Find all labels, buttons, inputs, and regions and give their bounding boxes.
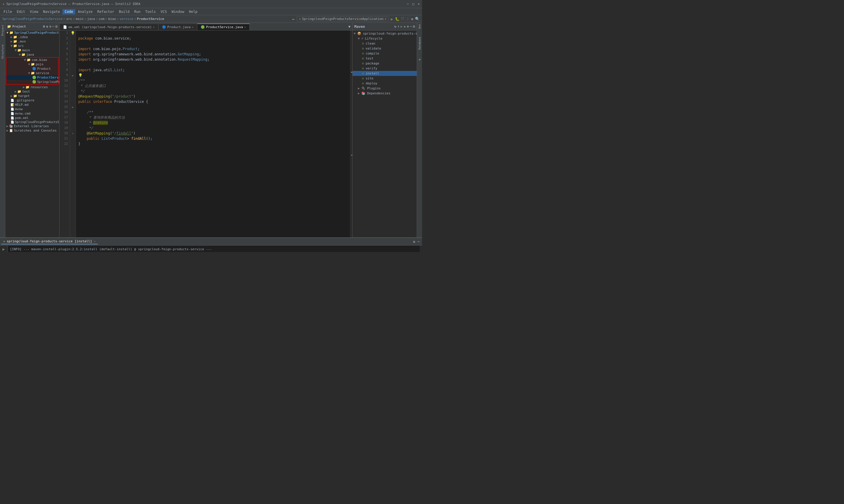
- gutter-quick19[interactable]: ⚡: [70, 131, 76, 136]
- maven-root[interactable]: ▼ 📦 springcloud-feign-products-service: [353, 31, 417, 36]
- maven-lifecycle[interactable]: ▼ ⚡ Lifecycle: [353, 36, 417, 41]
- maven-compile[interactable]: ⚙ compile: [353, 51, 417, 56]
- menu-edit[interactable]: Edit: [14, 9, 28, 14]
- tree-item-root[interactable]: ▼ 📁 SpringCloudFeignProductsService D:\s…: [5, 31, 59, 35]
- run-play-btn[interactable]: ▶: [2, 247, 5, 251]
- code-text[interactable]: package com.biao.service; import com.bia…: [76, 31, 350, 237]
- tree-item-scratches[interactable]: ▶ 📋 Scratches and Consoles: [5, 128, 59, 133]
- tree-item-mvnw[interactable]: 📄 mvnw: [5, 107, 59, 111]
- m-icon[interactable]: m: [419, 58, 420, 61]
- more-btn[interactable]: ⋮: [406, 17, 409, 21]
- breadcrumb-biao[interactable]: biao: [108, 17, 116, 21]
- gutter-fold9[interactable]: ▶: [70, 73, 76, 78]
- close-btn[interactable]: ✕: [418, 2, 420, 6]
- tree-item-iml[interactable]: 📄 SpringCloudFeignProductsService.iml: [5, 120, 59, 124]
- maven-test[interactable]: ⚙ test: [353, 56, 417, 61]
- menu-view[interactable]: View: [28, 9, 41, 14]
- breadcrumb-com[interactable]: com: [99, 17, 105, 21]
- project-icon[interactable]: Project: [1, 24, 4, 36]
- tree-item-springapp[interactable]: 🟢 SpringcloudFeignProductsServiceAppl: [6, 80, 58, 84]
- tree-item-pomxml[interactable]: 📄 pom.xml: [5, 116, 59, 120]
- database-icon[interactable]: Database: [418, 37, 421, 50]
- debug-btn[interactable]: 🐛: [395, 17, 399, 21]
- expand-panel-icon[interactable]: ⊡: [55, 24, 57, 29]
- tree-item-java[interactable]: ▼ 📁 java: [5, 52, 59, 57]
- run-tab-close[interactable]: ✕: [94, 240, 95, 243]
- tree-item-main[interactable]: ▼ 📁 main: [5, 48, 59, 52]
- back-btn[interactable]: ←: [292, 17, 294, 21]
- menu-tools[interactable]: Tools: [143, 9, 158, 14]
- breadcrumb-java[interactable]: java: [87, 17, 95, 21]
- new-file-icon[interactable]: ⊞: [43, 24, 45, 29]
- maven-verify[interactable]: ⚙ verify: [353, 66, 417, 71]
- maximize-btn[interactable]: □: [412, 2, 414, 6]
- maven-site[interactable]: ⚙ site: [353, 76, 417, 81]
- menu-code[interactable]: Code: [62, 9, 76, 14]
- run-tab[interactable]: ▶ springcloud-feign-products-service [in…: [1, 239, 98, 245]
- tree-item-mvn[interactable]: ▶ 📁 .mvn: [5, 39, 59, 44]
- menu-navigate[interactable]: Navigate: [41, 9, 62, 14]
- menu-help[interactable]: Help: [187, 9, 200, 14]
- tree-item-resources[interactable]: ▶ 📁 resources: [5, 85, 59, 89]
- bottom-minimize-btn[interactable]: ─: [416, 240, 421, 244]
- maven-dependencies[interactable]: ▶ 📚 Dependencies: [353, 91, 417, 96]
- tree-item-service[interactable]: ▼ 📁 service: [6, 71, 58, 75]
- search-everywhere-btn[interactable]: 🔍: [415, 17, 420, 21]
- tab-omxml-close[interactable]: ✕: [153, 25, 155, 29]
- tree-item-mvnwcmd[interactable]: 📄 mvnw.cmd: [5, 111, 59, 116]
- tree-item-src[interactable]: ▼ 📁 src: [5, 44, 59, 48]
- breadcrumb-service[interactable]: service: [120, 17, 133, 21]
- menu-build[interactable]: Build: [116, 9, 132, 14]
- code-editor[interactable]: 1 2 3 4 5 6 7 8 9 10 11 12 13 14 15 16 1…: [59, 31, 352, 237]
- coverage-btn[interactable]: ⛉: [401, 17, 405, 21]
- tree-item-test[interactable]: ▶ 📁 test: [5, 89, 59, 94]
- tab-productservice-close[interactable]: ✕: [244, 25, 246, 29]
- console-scrollbar[interactable]: [420, 246, 422, 252]
- tree-item-external-libs[interactable]: ▶ 📚 External Libraries: [5, 124, 59, 128]
- settings-btn[interactable]: ⚙: [411, 17, 413, 21]
- maven-install[interactable]: ⚙ install: [353, 71, 417, 76]
- breadcrumb-part-root[interactable]: SpringCloudFeignProductsService: [2, 17, 62, 21]
- settings-icon[interactable]: ⚙: [49, 24, 51, 29]
- tree-item-product[interactable]: 🔵 Product: [6, 67, 58, 71]
- maven-package[interactable]: ⚙ package: [353, 61, 417, 66]
- tab-product[interactable]: 🔵 Product.java ✕: [159, 24, 198, 30]
- sync-icon[interactable]: ⇅: [46, 24, 48, 29]
- maven-plugins[interactable]: ▶ 🔌 Plugins: [353, 86, 417, 91]
- menu-refactor[interactable]: Refactor: [95, 9, 116, 14]
- maven-add-icon[interactable]: +: [404, 24, 406, 29]
- tree-item-gitignore[interactable]: 📄 .gitignore: [5, 98, 59, 103]
- menu-window[interactable]: Window: [169, 9, 186, 14]
- maven-validate[interactable]: ⚙ validate: [353, 46, 417, 51]
- run-btn[interactable]: ▶: [391, 17, 393, 21]
- console-output[interactable]: [INFO] --- maven-install-plugin:2.5.2:in…: [7, 246, 420, 252]
- ant-icon[interactable]: Ant: [418, 24, 421, 29]
- gutter-lightbulb[interactable]: 💡: [70, 31, 76, 36]
- breadcrumb-main[interactable]: main: [76, 17, 84, 21]
- structure-icon[interactable]: Structure: [1, 44, 4, 59]
- maven-settings-icon[interactable]: ⚙: [407, 24, 409, 29]
- menu-file[interactable]: File: [1, 9, 14, 14]
- menu-analyze[interactable]: Analyze: [75, 9, 95, 14]
- breadcrumb-productservice[interactable]: ProductService: [137, 17, 164, 21]
- tree-item-helpmd[interactable]: 📝 HELP.md: [5, 103, 59, 107]
- tab-product-close[interactable]: ✕: [192, 25, 193, 29]
- maven-clean[interactable]: ⚙ clean: [353, 41, 417, 46]
- maven-deploy[interactable]: ⚙ deploy: [353, 81, 417, 86]
- tree-item-target[interactable]: ▶ 📁 target: [5, 94, 59, 98]
- tree-item-combiao[interactable]: ▼ 📁 com.biao: [6, 58, 58, 62]
- maven-download-icon[interactable]: ⬇: [397, 24, 399, 29]
- tab-dropdown-btn[interactable]: ▼: [347, 24, 352, 29]
- gutter-fold15[interactable]: ▶: [70, 104, 76, 110]
- tree-item-pojo[interactable]: ▼ 📁 pojo: [6, 62, 58, 67]
- run-config-selector[interactable]: ⚙ SpringcloudFeignProductsServiceApplica…: [297, 16, 389, 21]
- menu-run[interactable]: Run: [132, 9, 143, 14]
- breadcrumb-src[interactable]: src: [66, 17, 72, 21]
- tab-omxml[interactable]: 📄 om.xml (springcloud-feign-products-ser…: [59, 24, 159, 30]
- tab-productservice[interactable]: 🟢 ProductService.java ✕: [197, 23, 250, 30]
- minimize-panel-icon[interactable]: ─: [52, 24, 54, 29]
- tree-item-idea[interactable]: ▶ 📁 .idea: [5, 35, 59, 39]
- menu-vcs[interactable]: VCS: [158, 9, 169, 14]
- maven-expand-icon[interactable]: ⊡: [413, 24, 415, 29]
- maven-run-icon[interactable]: ▶: [401, 24, 403, 29]
